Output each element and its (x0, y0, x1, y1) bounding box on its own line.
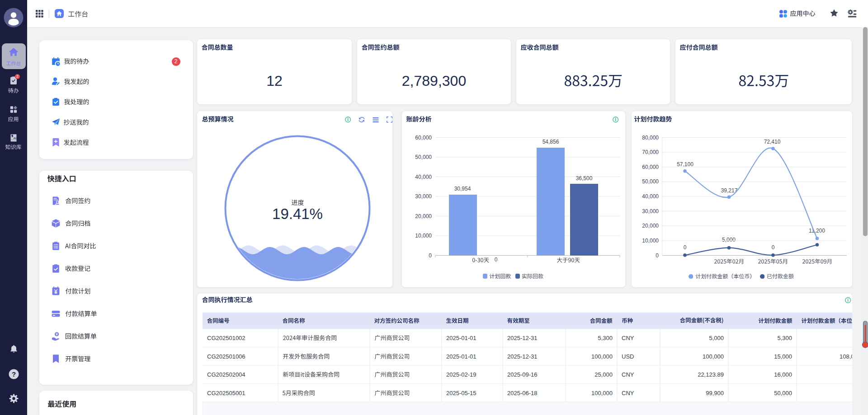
svg-text:?: ? (11, 370, 15, 378)
svg-text:AI: AI (14, 137, 16, 140)
